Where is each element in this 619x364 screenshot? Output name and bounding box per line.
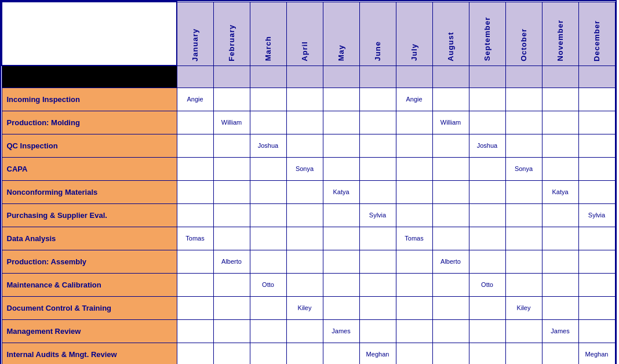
month-header-march: March [250,2,286,65]
data-cell [396,250,432,273]
data-cell [542,111,578,134]
data-cell: Meghan [578,343,615,364]
data-cell [213,227,250,250]
data-cell [323,296,359,319]
data-cell [250,180,286,203]
data-cell [250,296,286,319]
process-row: Management ReviewJamesJames [2,319,615,343]
data-cell [213,319,250,343]
process-label-cell: Management Review [2,319,177,343]
data-cell: Joshua [469,134,505,157]
data-cell [286,203,323,227]
data-cell [396,180,432,203]
data-cell [286,180,323,203]
data-cell [359,157,396,180]
data-cell [505,250,542,273]
data-cell [323,203,359,227]
data-cell [542,157,578,180]
data-cell: James [323,319,359,343]
data-cell [469,227,505,250]
month-header-august: August [432,2,469,65]
process-label-cell: Production: Molding [2,111,177,134]
data-cell [505,273,542,296]
month-header-december: December [578,2,615,65]
data-cell [578,134,615,157]
corner-cell [2,2,177,65]
data-cell [177,180,213,203]
data-cell: Sonya [505,157,542,180]
data-cell: Meghan [359,343,396,364]
data-cell [469,343,505,364]
data-cell [432,180,469,203]
data-cell: Tomas [396,227,432,250]
data-cell [250,157,286,180]
data-cell: James [542,319,578,343]
data-cell [213,180,250,203]
data-cell: Tomas [177,227,213,250]
data-cell: Sylvia [578,203,615,227]
data-cell [177,157,213,180]
process-header-row [2,65,615,88]
data-cell [396,157,432,180]
data-cell [432,157,469,180]
data-cell [505,180,542,203]
data-cell [432,296,469,319]
process-row: Maintenance & CalibrationOttoOtto [2,273,615,296]
data-cell [469,203,505,227]
data-cell [469,157,505,180]
data-cell [542,203,578,227]
data-cell [396,203,432,227]
data-cell [250,227,286,250]
data-cell [542,343,578,364]
data-cell [323,111,359,134]
process-header-month-january [177,65,213,88]
data-cell [213,273,250,296]
data-cell: Angie [177,88,213,111]
data-cell [396,343,432,364]
process-header-cell [2,65,177,88]
month-header-april: April [286,2,323,65]
process-header-month-november [542,65,578,88]
data-cell [542,88,578,111]
data-cell [359,180,396,203]
process-label-cell: QC Inspection [2,134,177,157]
data-cell [323,250,359,273]
data-cell [542,250,578,273]
process-label-cell: Maintenance & Calibration [2,273,177,296]
data-cell: Sonya [286,157,323,180]
data-cell [469,250,505,273]
data-cell: Katya [323,180,359,203]
data-cell [286,88,323,111]
schedule-table-wrapper: JanuaryFebruaryMarchAprilMayJuneJulyAugu… [0,0,617,364]
data-cell [578,88,615,111]
process-header-month-july [396,65,432,88]
data-cell [323,134,359,157]
data-cell [359,111,396,134]
data-cell [396,134,432,157]
month-header-november: November [542,2,578,65]
data-cell [469,180,505,203]
month-header-february: February [213,2,250,65]
process-label-cell: Purchasing & Supplier Eval. [2,203,177,227]
data-cell [396,296,432,319]
data-cell [213,88,250,111]
data-cell [323,343,359,364]
data-cell [359,319,396,343]
data-cell: Alberto [432,250,469,273]
data-cell [323,88,359,111]
data-cell [213,134,250,157]
data-cell [542,296,578,319]
data-cell [505,111,542,134]
data-cell [213,296,250,319]
data-cell: William [432,111,469,134]
process-row: QC InspectionJoshuaJoshua [2,134,615,157]
data-cell [286,111,323,134]
data-cell [505,343,542,364]
process-row: Internal Audits & Mngt. ReviewMeghanMegh… [2,343,615,364]
process-row: Production: AssemblyAlbertoAlberto [2,250,615,273]
data-cell [505,319,542,343]
data-cell [469,296,505,319]
process-header-month-february [213,65,250,88]
data-cell [542,134,578,157]
data-cell [286,273,323,296]
